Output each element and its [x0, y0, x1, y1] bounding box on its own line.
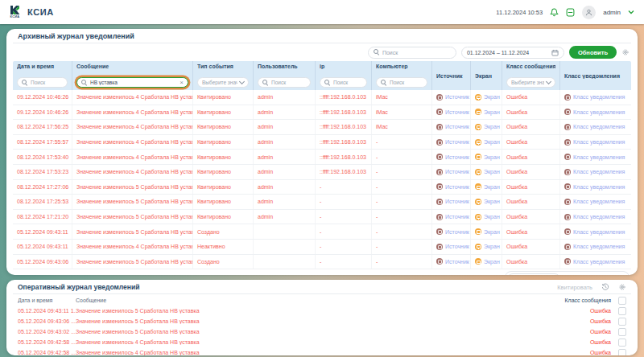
archive-settings-gear-icon[interactable]: [621, 48, 630, 56]
cell-user: admin: [254, 195, 316, 209]
screen-icon: [475, 258, 481, 265]
archive-table-row[interactable]: 05.12.2024 09:43:06Значение изменилось 5…: [13, 255, 631, 270]
archive-table-row[interactable]: 05.12.2024 09:43:11Значение изменилось 4…: [13, 240, 631, 255]
cell-datetime: 05.12.2024 09:42:58 ...: [18, 339, 76, 345]
cell-screen[interactable]: Экран: [471, 135, 502, 150]
row-checkbox[interactable]: [618, 339, 626, 347]
select-all-checkbox[interactable]: [618, 297, 626, 305]
cell-screen[interactable]: Экран: [471, 165, 502, 179]
cell-notify_class[interactable]: Класс уведомления: [560, 105, 631, 120]
cell-notify_class[interactable]: Класс уведомления: [560, 120, 631, 134]
notifications-bell-icon[interactable]: [550, 8, 559, 17]
cell-screen[interactable]: Экран: [471, 120, 502, 134]
user-avatar[interactable]: [582, 6, 596, 19]
cell-notify_class[interactable]: Класс уведомления: [560, 150, 631, 164]
filter-datetime[interactable]: [17, 77, 68, 88]
archive-table-row[interactable]: 08.12.2024 17:21:20Значение изменилось 5…: [13, 210, 631, 225]
cell-notify_class[interactable]: Класс уведомления: [560, 135, 631, 150]
link-label: Класс уведомления: [573, 169, 625, 174]
source-icon: [564, 109, 571, 115]
clear-filter-icon[interactable]: ×: [180, 80, 184, 86]
cell-source[interactable]: Источник: [432, 210, 471, 224]
archive-table-row[interactable]: 08.12.2024 17:27:06Значение изменилось 5…: [13, 180, 631, 195]
operational-table-row[interactable]: 05.12.2024 09:43:11 1...Значение изменил…: [13, 306, 631, 316]
app-logo[interactable]: КСИА КСИА: [10, 6, 54, 18]
cell-screen[interactable]: Экран: [471, 150, 502, 164]
filter-input-ip[interactable]: [333, 80, 362, 85]
link-label: Класс уведомления: [573, 244, 625, 249]
archive-table-row[interactable]: 08.12.2024 17:56:25Значение изменилось 4…: [13, 120, 631, 135]
page-size-select[interactable]: 25 ×: [507, 273, 560, 275]
cell-notify_class[interactable]: Класс уведомления: [560, 240, 631, 254]
operational-table-row[interactable]: 05.12.2024 09:43:02 ...Значение изменило…: [13, 326, 631, 337]
filter-select-event_type[interactable]: Выберите знач...: [197, 77, 249, 88]
row-checkbox[interactable]: [618, 349, 626, 356]
archive-table-row[interactable]: 08.12.2024 17:53:40Значение изменилось 4…: [13, 150, 631, 165]
link-label: Экран: [484, 259, 500, 265]
cell-screen[interactable]: Экран: [471, 195, 502, 209]
cell-screen[interactable]: Экран: [471, 240, 502, 254]
cell-source[interactable]: Источник: [432, 224, 471, 239]
cell-notify_class[interactable]: Класс уведомления: [560, 165, 631, 179]
cell-screen[interactable]: Экран: [471, 210, 502, 224]
history-icon[interactable]: [601, 283, 609, 291]
filter-input-computer[interactable]: [390, 80, 423, 85]
cell-source[interactable]: Источник: [432, 120, 471, 134]
global-search-field[interactable]: [368, 47, 456, 59]
filter-select-message_class[interactable]: Выберите знач...: [506, 77, 555, 88]
archive-table-row[interactable]: 05.12.2024 09:43:11Значение изменилось 5…: [13, 224, 631, 240]
archive-table-row[interactable]: 09.12.2024 10:46:26Значение изменилось 4…: [13, 105, 631, 121]
filter-computer[interactable]: [376, 77, 427, 88]
archive-table-row[interactable]: 08.12.2024 17:55:57Значение изменилось 4…: [13, 135, 631, 150]
operational-table-row[interactable]: 05.12.2024 09:42:58 ...Значение изменило…: [13, 347, 631, 355]
cell-source[interactable]: Источник: [432, 255, 471, 269]
cell-screen[interactable]: Экран: [471, 105, 502, 120]
cell-notify_class[interactable]: Класс уведомления: [560, 90, 631, 105]
cell-event_type: Квитировано: [193, 165, 254, 179]
cell-screen[interactable]: Экран: [471, 90, 502, 105]
filter-ip[interactable]: [320, 77, 367, 88]
cell-notify_class[interactable]: Класс уведомления: [560, 195, 631, 209]
filter-input-datetime[interactable]: [31, 80, 63, 85]
archive-table-row[interactable]: 09.12.2024 10:46:26Значение изменилось 4…: [13, 90, 631, 105]
operational-settings-gear-icon[interactable]: [618, 283, 626, 291]
cell-ip: ::ffff:192.168.0.103: [316, 150, 372, 164]
global-search-input[interactable]: [382, 50, 451, 55]
cell-source[interactable]: Источник: [432, 105, 471, 120]
cell-ip: -: [316, 240, 372, 254]
cell-source[interactable]: Источник: [432, 240, 471, 254]
cell-source[interactable]: Источник: [432, 90, 471, 105]
archive-table-row[interactable]: 08.12.2024 17:25:53Значение изменилось 5…: [13, 195, 631, 210]
filter-message[interactable]: ×: [76, 77, 188, 88]
cell-source[interactable]: Источник: [432, 195, 471, 209]
cell-message_class: Ошибка: [502, 120, 560, 134]
cell-computer: -: [372, 255, 432, 269]
cell-source[interactable]: Источник: [432, 135, 471, 150]
cell-notify_class[interactable]: Класс уведомления: [560, 224, 631, 239]
link-label: Источник: [445, 259, 469, 265]
cell-notify_class[interactable]: Класс уведомления: [560, 210, 631, 224]
column-label: Пользователь: [258, 64, 311, 69]
filter-user[interactable]: [258, 77, 311, 88]
cell-screen[interactable]: Экран: [471, 224, 502, 239]
row-checkbox[interactable]: [618, 307, 626, 315]
filter-input-user[interactable]: [271, 80, 306, 85]
date-range-picker[interactable]: 01.12.2024 – 11.12.2024: [461, 47, 564, 59]
row-checkbox[interactable]: [618, 318, 626, 326]
operational-table-row[interactable]: 05.12.2024 09:42:58 ...Значение изменило…: [13, 337, 631, 347]
display-panel-icon[interactable]: [566, 8, 575, 17]
cell-source[interactable]: Источник: [432, 180, 471, 195]
cell-notify_class[interactable]: Класс уведомления: [560, 180, 631, 195]
row-checkbox[interactable]: [618, 328, 626, 336]
cell-source[interactable]: Источник: [432, 150, 471, 164]
user-menu-chevron-icon[interactable]: [628, 10, 634, 14]
cell-screen[interactable]: Экран: [471, 180, 502, 195]
operational-table-row[interactable]: 05.12.2024 09:43:06 ...Значение изменило…: [13, 316, 631, 326]
refresh-button[interactable]: Обновить: [569, 46, 617, 59]
cell-screen[interactable]: Экран: [471, 255, 502, 269]
acknowledge-button[interactable]: Квитировать: [557, 284, 592, 291]
cell-notify_class[interactable]: Класс уведомления: [560, 255, 631, 269]
archive-table-row[interactable]: 08.12.2024 17:53:23Значение изменилось 4…: [13, 165, 631, 180]
filter-input-message[interactable]: [90, 80, 177, 85]
cell-source[interactable]: Источник: [432, 165, 471, 179]
